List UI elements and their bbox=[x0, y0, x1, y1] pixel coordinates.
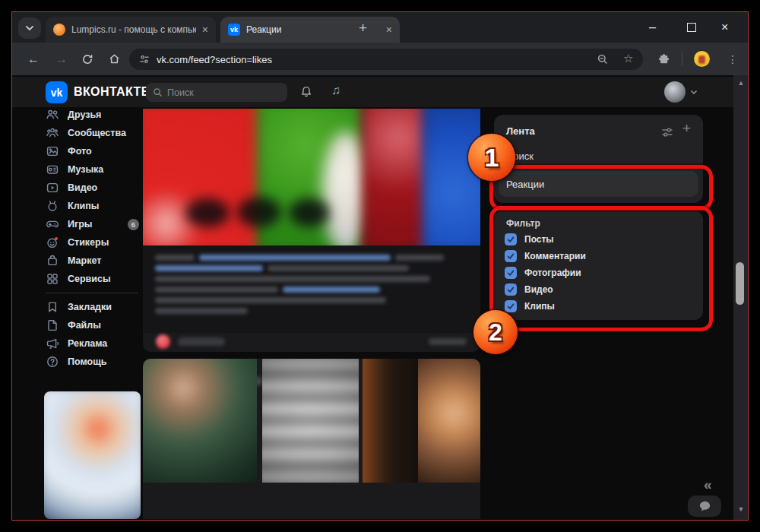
blurred-link-line bbox=[199, 255, 391, 261]
sidebar-item-label: Сервисы bbox=[68, 274, 111, 284]
bookmark-star-icon[interactable]: ☆ bbox=[623, 52, 633, 65]
blurred-dark-shape bbox=[237, 197, 281, 227]
forward-button[interactable]: → bbox=[55, 43, 68, 75]
vk-search-input[interactable]: Поиск bbox=[146, 83, 287, 102]
blurred-text-line bbox=[155, 255, 195, 261]
minimize-button[interactable]: – bbox=[649, 12, 656, 43]
communities-icon bbox=[46, 126, 59, 140]
chevron-down-icon bbox=[25, 25, 34, 31]
sidebar-item-clips[interactable]: Клипы bbox=[46, 197, 152, 215]
reload-button[interactable] bbox=[81, 43, 93, 75]
sidebar-item-ads[interactable]: Реклама bbox=[46, 334, 152, 353]
close-tab-icon[interactable]: × bbox=[202, 24, 208, 35]
megaphone-icon bbox=[46, 337, 59, 350]
sidebar-item-market[interactable]: Маркет bbox=[46, 252, 152, 270]
sidebar-item-label: Сообщества bbox=[68, 128, 126, 138]
vk-logo[interactable]: vk bbox=[46, 81, 68, 103]
sidebar-ad-image[interactable] bbox=[44, 391, 141, 519]
blurred-text-line bbox=[155, 308, 248, 314]
tab-strip: Lumpics.ru - помощь с компью × vk Реакци… bbox=[12, 12, 748, 43]
blurred-link-line bbox=[283, 287, 380, 293]
collapse-panel-button[interactable]: « bbox=[704, 477, 712, 493]
blurred-text-line bbox=[155, 297, 386, 303]
home-icon bbox=[108, 52, 121, 65]
stickers-icon bbox=[46, 236, 59, 249]
vk-wordmark[interactable]: ВКОНТАКТЕ bbox=[74, 85, 150, 99]
post-photo-3[interactable] bbox=[363, 359, 418, 483]
blurred-dark-shape bbox=[185, 198, 230, 227]
sidebar-divider bbox=[46, 293, 138, 293]
sidebar-item-label: Клипы bbox=[68, 201, 99, 211]
blurred-post-meta bbox=[429, 338, 467, 345]
chevron-down-icon[interactable] bbox=[690, 90, 698, 95]
scrollbar-down-arrow[interactable]: ▼ bbox=[735, 505, 747, 513]
vk-profile-avatar[interactable] bbox=[664, 81, 686, 103]
sidebar-item-friends[interactable]: Друзья bbox=[46, 106, 152, 124]
blurred-ad-content bbox=[44, 391, 141, 519]
home-button[interactable] bbox=[108, 43, 121, 75]
games-icon bbox=[46, 217, 59, 231]
sidebar-item-video[interactable]: Видео bbox=[46, 179, 152, 197]
feed-settings-button[interactable] bbox=[661, 126, 673, 138]
blurred-image-blue bbox=[423, 109, 480, 245]
sidebar-item-help[interactable]: Помощь bbox=[46, 353, 152, 371]
sidebar-item-files[interactable]: Файлы bbox=[46, 316, 152, 334]
sidebar-item-music[interactable]: Музыка bbox=[46, 160, 152, 179]
messenger-button[interactable] bbox=[688, 496, 721, 517]
maximize-button[interactable] bbox=[687, 12, 696, 43]
url-text[interactable]: vk.com/feed?section=likes bbox=[157, 54, 272, 65]
music-button[interactable]: ♫ bbox=[331, 84, 340, 97]
page-scrollbar-thumb[interactable] bbox=[736, 262, 744, 305]
post-image-collage[interactable] bbox=[143, 109, 480, 245]
browser-toolbar: ← → vk.com/feed?section=likes ☆ ⋮ bbox=[12, 43, 748, 75]
back-button[interactable]: ← bbox=[27, 43, 40, 75]
close-window-button[interactable]: × bbox=[721, 12, 728, 43]
new-tab-button[interactable]: + bbox=[359, 20, 367, 36]
post-photo-4[interactable] bbox=[418, 359, 480, 483]
search-placeholder: Поиск bbox=[167, 87, 194, 98]
sidebar-item-label: Видео bbox=[68, 182, 97, 193]
zoom-out-icon[interactable] bbox=[597, 53, 609, 65]
sidebar-item-photos[interactable]: Фото bbox=[46, 142, 152, 160]
extensions-button[interactable] bbox=[657, 43, 670, 75]
sidebar-item-stickers[interactable]: Стикеры bbox=[46, 233, 152, 252]
search-icon bbox=[153, 87, 163, 97]
blurred-dark-shape bbox=[289, 198, 330, 227]
sidebar-item-bookmarks[interactable]: Закладки bbox=[46, 298, 152, 316]
annotation-step-1: 1 bbox=[468, 134, 515, 181]
site-info-icon[interactable] bbox=[138, 53, 150, 65]
blurred-action-icons[interactable] bbox=[178, 337, 225, 346]
tab-lumpics[interactable]: Lumpics.ru - помощь с компью × bbox=[46, 17, 216, 43]
sidebar-item-services[interactable]: Сервисы bbox=[46, 270, 152, 288]
clips-icon bbox=[46, 199, 59, 213]
sidebar-item-label: Маркет bbox=[68, 255, 101, 266]
sidebar-item-label: Музыка bbox=[68, 164, 103, 175]
feed-post-1 bbox=[143, 109, 480, 352]
post-photo-1[interactable] bbox=[143, 359, 257, 483]
browser-menu-button[interactable]: ⋮ bbox=[727, 43, 738, 75]
market-icon bbox=[46, 254, 59, 268]
sidebar-item-communities[interactable]: Сообщества bbox=[46, 124, 152, 142]
blurred-link-line bbox=[155, 265, 263, 271]
like-reaction-icon[interactable] bbox=[156, 334, 170, 349]
sidebar-item-label: Друзья bbox=[68, 109, 101, 120]
tab-vk-reactions[interactable]: vk Реакции × bbox=[220, 17, 400, 43]
scrollbar-up-arrow[interactable]: ▲ bbox=[735, 79, 747, 87]
close-tab-icon[interactable]: × bbox=[386, 24, 392, 35]
post-photo-2[interactable] bbox=[262, 359, 359, 483]
services-icon bbox=[46, 272, 59, 286]
tab-search-button[interactable] bbox=[18, 17, 41, 39]
reload-icon bbox=[81, 53, 93, 65]
add-feed-button[interactable]: + bbox=[682, 120, 691, 137]
notifications-button[interactable] bbox=[299, 85, 313, 99]
bookmarks-icon bbox=[46, 300, 59, 314]
browser-window: Lumpics.ru - помощь с компью × vk Реакци… bbox=[11, 11, 749, 521]
blurred-text-line bbox=[268, 265, 409, 271]
post-text-block bbox=[143, 245, 480, 333]
photo-icon bbox=[46, 144, 59, 158]
profile-avatar[interactable] bbox=[694, 51, 710, 67]
address-bar[interactable]: vk.com/feed?section=likes ☆ bbox=[129, 49, 643, 70]
bell-icon bbox=[299, 85, 313, 99]
sidebar-item-games[interactable]: Игры 6 bbox=[46, 215, 152, 233]
blurred-text-line bbox=[155, 287, 278, 293]
